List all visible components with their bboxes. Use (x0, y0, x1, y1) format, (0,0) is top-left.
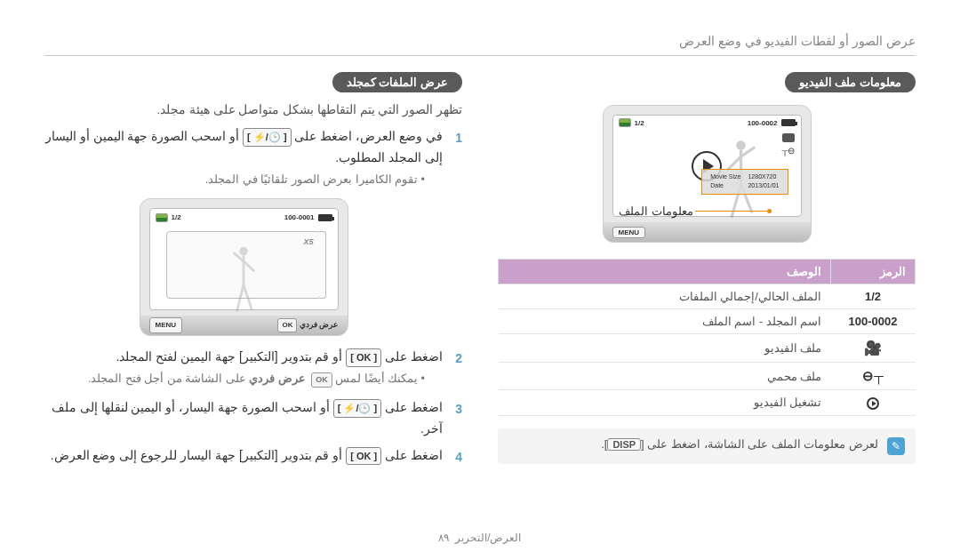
camera-icon: 🎥 (864, 340, 882, 356)
lock-icon: ⊖┬ (781, 146, 795, 156)
table-header-icon: الرمز (831, 260, 916, 284)
table-row: تشغيل الفيديو (499, 390, 916, 416)
screen-counter: 1/2 (172, 212, 181, 224)
callout-file-info: معلومات الملف (619, 204, 693, 218)
table-row: 1/2 الملف الحالي/إجمالي الملفات (499, 284, 916, 309)
steps-list: في وضع العرض، اضغط على [ ⚡/🕒 ] أو اسحب ا… (44, 126, 462, 466)
table-row: ⊖┬ ملف محمي (499, 363, 916, 390)
step-3: اضغط على [ ⚡/🕒 ] أو اسحب الصورة جهة اليس… (44, 397, 462, 440)
callout-line (695, 211, 768, 212)
screen-filename: 100-0002 (748, 119, 778, 127)
page-footer: العرض/التحرير ٨٩ (0, 532, 960, 544)
battery-icon (781, 119, 796, 126)
section-heading-video: معلومات ملف الفيديو (785, 72, 916, 92)
disp-button: DISP (607, 438, 641, 451)
ok-key: [ OK ] (346, 447, 381, 466)
screen-filename: 100-0001 (284, 212, 315, 224)
lock-icon: ⊖┬ (862, 368, 884, 383)
column-folder-view: عرض الملفات كمجلد تظهر الصور التي يتم ال… (44, 72, 462, 472)
svg-point-0 (736, 140, 746, 150)
video-screen-mock: 1/2 100-0002 ⊖┬ (603, 105, 812, 243)
table-header-desc: الوصف (499, 260, 831, 284)
flash-timer-key: [ ⚡/🕒 ] (243, 128, 292, 147)
note-box: ✎ لعرض معلومات الملف على الشاشة، اضغط عل… (498, 428, 916, 464)
figure-silhouette (226, 244, 261, 320)
screen-counter: 1/2 (635, 119, 644, 127)
step-1: في وضع العرض، اضغط على [ ⚡/🕒 ] أو اسحب ا… (44, 126, 462, 336)
folder-intro: تظهر الصور التي يتم التقاطها بشكل متواصل… (44, 101, 462, 119)
battery-icon (318, 214, 332, 221)
table-row: 100-0002 اسم المجلد - اسم الملف (499, 309, 916, 334)
folder-shape: X5 (166, 231, 322, 299)
ok-button[interactable]: OK (277, 318, 297, 332)
folder-screen-mock: 1/2 100-0001 X5 (140, 198, 348, 336)
play-icon (867, 397, 879, 410)
callout-dot (767, 209, 772, 213)
photo-icon (619, 118, 631, 127)
step-2: اضغط على [ OK ] أو قم بتدوير [التكبير] ج… (44, 347, 462, 388)
column-video-info: معلومات ملف الفيديو 1/2 100-0002 (498, 72, 916, 472)
step-4: اضغط على [ OK ] أو قم بتدوير [التكبير] ج… (44, 445, 462, 467)
menu-button[interactable]: MENU (149, 317, 183, 333)
page-title: عرض الصور أو لقطات الفيديو في وضع العرض (44, 34, 916, 48)
section-heading-folder: عرض الملفات كمجلد (332, 72, 462, 92)
step-note: يمكنك أيضًا لمس OK عرض فردي على الشاشة م… (44, 370, 425, 388)
x5-label: X5 (303, 236, 313, 249)
ok-key: [ OK ] (346, 348, 381, 367)
flash-timer-key: [ ⚡/🕒 ] (333, 399, 382, 418)
photo-icon (156, 213, 168, 222)
step-note: تقوم الكاميرا بعرض الصور تلقائيًا في الم… (44, 171, 425, 189)
svg-point-1 (239, 247, 247, 255)
video-icon (782, 133, 795, 142)
file-info-overlay: Movie Size1280X720 Date2013/01/01 (701, 169, 788, 195)
table-row: 🎥 ملف الفيديو (499, 334, 916, 363)
icon-description-table: الرمز الوصف 1/2 الملف الحالي/إجمالي المل… (498, 259, 916, 416)
note-icon: ✎ (887, 437, 905, 455)
page-header: عرض الصور أو لقطات الفيديو في وضع العرض (44, 34, 916, 56)
menu-button[interactable]: MENU (612, 227, 646, 238)
